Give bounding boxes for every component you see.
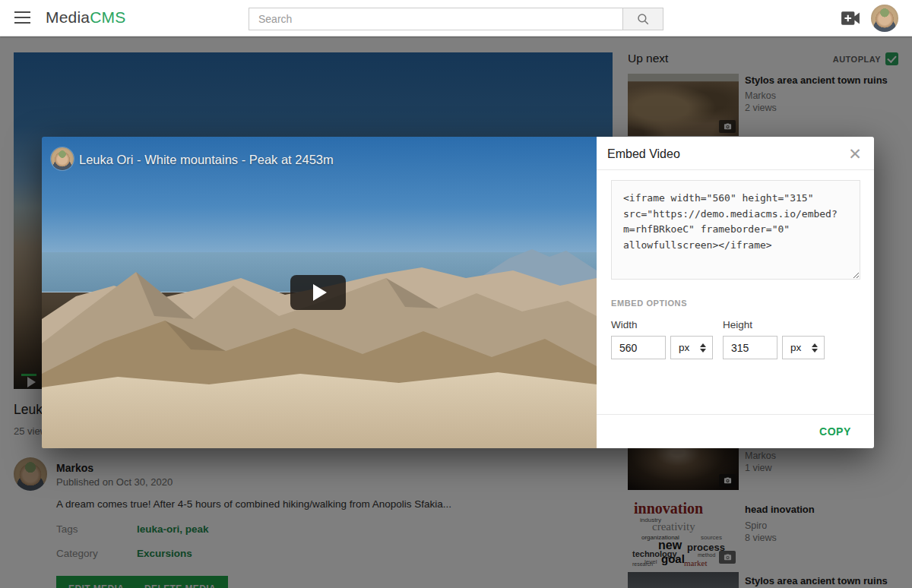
width-unit-select[interactable]: px xyxy=(670,336,713,359)
modal-title: Embed Video xyxy=(607,147,680,161)
height-label: Height xyxy=(723,319,825,330)
height-unit-value: px xyxy=(790,342,801,353)
copy-button[interactable]: COPY xyxy=(819,425,851,438)
embed-video-modal: Leuka Ori - White mountains - Peak at 24… xyxy=(42,137,874,448)
preview-channel-avatar[interactable] xyxy=(51,147,74,170)
embed-preview-player[interactable]: Leuka Ori - White mountains - Peak at 24… xyxy=(42,137,597,448)
divider xyxy=(597,169,874,170)
upload-media-button[interactable] xyxy=(841,10,860,27)
close-icon[interactable]: ✕ xyxy=(845,144,865,164)
width-field: Width px xyxy=(611,319,713,359)
brand-logo[interactable]: MediaCMS xyxy=(46,8,125,27)
width-input[interactable] xyxy=(611,336,666,359)
brand-cms: CMS xyxy=(90,8,125,26)
stepper-arrows-icon xyxy=(812,343,818,352)
embed-code-textarea[interactable]: <iframe width="560" height="315" src="ht… xyxy=(611,180,860,280)
preview-video-title: Leuka Ori - White mountains - Peak at 24… xyxy=(79,153,334,167)
embed-options-panel: Embed Video ✕ <iframe width="560" height… xyxy=(597,137,874,448)
width-unit-value: px xyxy=(679,342,689,353)
search-input[interactable] xyxy=(249,8,622,30)
width-label: Width xyxy=(611,319,713,330)
top-app-bar: MediaCMS xyxy=(0,0,912,36)
user-avatar[interactable] xyxy=(871,5,898,32)
search-bar xyxy=(249,8,663,30)
videocam-plus-icon xyxy=(841,10,860,27)
brand-media: Media xyxy=(46,8,90,26)
play-button[interactable] xyxy=(290,275,346,310)
search-icon xyxy=(636,12,650,26)
search-button[interactable] xyxy=(622,8,663,30)
stepper-arrows-icon xyxy=(700,343,706,352)
page: Leuka Ori - White mountains - Peak at 24… xyxy=(0,0,912,588)
height-unit-select[interactable]: px xyxy=(782,336,825,359)
hamburger-menu-icon[interactable] xyxy=(14,11,30,24)
height-input[interactable] xyxy=(723,336,777,359)
height-field: Height px xyxy=(723,319,825,359)
modal-footer: COPY xyxy=(597,414,874,448)
embed-options-label: EMBED OPTIONS xyxy=(611,299,687,308)
